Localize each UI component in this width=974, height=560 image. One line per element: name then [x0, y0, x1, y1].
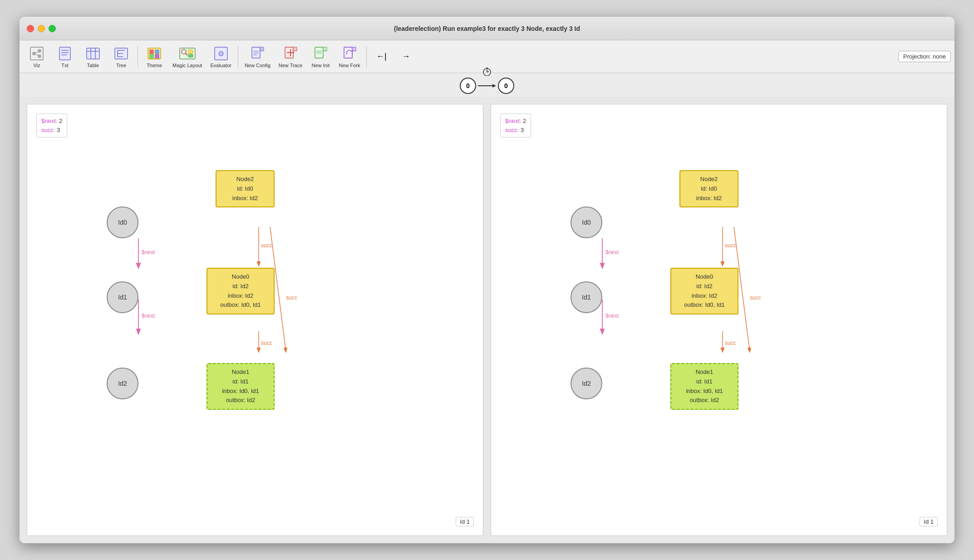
- new-init-label: New Init: [311, 63, 330, 68]
- nav-left-icon: ←|: [373, 49, 389, 65]
- left-node0-box: Node0 id: Id2 inbox: Id2 outbox: Id0, Id…: [207, 268, 275, 314]
- right-id2-circle: Id2: [571, 368, 602, 399]
- theme-icon: [146, 45, 162, 62]
- left-id0-circle: Id0: [107, 206, 138, 238]
- svg-text:succ: succ: [261, 242, 272, 249]
- svg-rect-22: [150, 54, 153, 58]
- viz-button[interactable]: Viz: [23, 44, 50, 70]
- svg-rect-23: [155, 54, 159, 58]
- table-label: Table: [87, 63, 99, 68]
- svg-point-1: [32, 52, 36, 55]
- viz-icon: [29, 45, 45, 62]
- svg-text:$next: $next: [605, 313, 619, 319]
- right-node2-box: Node2 id: Id0 inbox: Id2: [679, 170, 738, 207]
- tree-icon: [113, 45, 129, 62]
- svg-text:succ: succ: [750, 295, 761, 301]
- new-trace-label: New Trace: [279, 63, 303, 68]
- table-button[interactable]: Table: [79, 44, 107, 70]
- magic-layout-label: Magic Layout: [172, 63, 202, 68]
- titlebar: (leaderelection) Run example3 for exactl…: [20, 17, 954, 40]
- tree-button[interactable]: Tree: [108, 44, 135, 70]
- svg-rect-27: [188, 50, 193, 54]
- left-arrows-svg: $next $next succ succ succ: [27, 104, 483, 535]
- new-fork-label: New Fork: [339, 63, 360, 68]
- magic-layout-icon: [179, 45, 196, 62]
- left-id2-circle: Id2: [107, 368, 138, 399]
- trace-step-2: 0: [498, 78, 514, 94]
- svg-point-3: [38, 54, 41, 58]
- trace-step-1: 0: [460, 78, 476, 94]
- svg-rect-10: [87, 48, 99, 59]
- svg-text:$next: $next: [605, 249, 619, 255]
- magic-layout-button[interactable]: Magic Layout: [169, 44, 206, 70]
- trace-arrow: [478, 81, 496, 90]
- svg-rect-31: [252, 47, 260, 58]
- new-trace-button[interactable]: New Trace: [275, 44, 306, 70]
- svg-text:succ: succ: [725, 242, 736, 249]
- nav-right-button[interactable]: →: [394, 47, 418, 67]
- left-node2-box: Node2 id: Id0 inbox: Id2: [216, 170, 275, 207]
- new-config-icon: [249, 45, 266, 62]
- trace-nav: 0 0: [20, 73, 954, 97]
- evaluator-label: Evaluator: [210, 63, 231, 68]
- right-id1-circle: Id1: [571, 281, 602, 313]
- new-init-button[interactable]: New Init: [307, 44, 334, 70]
- evaluator-button[interactable]: ⚙ Evaluator: [207, 44, 235, 70]
- traffic-lights: [27, 25, 56, 32]
- right-state-label: $next: 2 succ: 3: [500, 113, 531, 138]
- new-init-icon: [312, 45, 329, 62]
- svg-text:$next: $next: [142, 249, 155, 255]
- svg-text:succ: succ: [725, 340, 736, 346]
- svg-rect-42: [315, 47, 323, 58]
- new-fork-icon: [341, 45, 358, 62]
- new-trace-icon: [282, 45, 299, 62]
- svg-text:⚙: ⚙: [218, 50, 224, 58]
- new-fork-button[interactable]: New Fork: [335, 44, 364, 70]
- left-id1-circle: Id1: [107, 281, 138, 313]
- svg-marker-56: [492, 84, 496, 88]
- txt-icon: [57, 45, 73, 62]
- svg-line-5: [36, 54, 38, 55]
- sep-2: [238, 46, 238, 68]
- svg-rect-20: [150, 50, 153, 54]
- left-state-label: $next: 2 succ: 3: [36, 113, 67, 138]
- left-graph-panel: $next: 2 succ: 3 $next: [27, 104, 483, 536]
- new-config-label: New Config: [245, 63, 271, 68]
- svg-point-2: [38, 49, 41, 53]
- left-id-badge: Id 1: [456, 517, 474, 526]
- evaluator-icon: ⚙: [213, 45, 229, 62]
- app-window: (leaderelection) Run example3 for exactl…: [20, 17, 954, 543]
- right-node1-box: Node1 id: Id1 inbox: Id0, Id1 outbox: Id…: [670, 363, 738, 410]
- close-button[interactable]: [27, 25, 34, 32]
- nav-right-icon: →: [398, 49, 414, 65]
- projection-badge[interactable]: Projection: none: [898, 51, 951, 62]
- right-arrows-svg: $next $next succ succ succ: [491, 104, 947, 535]
- svg-rect-44: [323, 47, 327, 51]
- txt-label: Txt: [61, 63, 68, 68]
- txt-button[interactable]: Txt: [51, 44, 79, 70]
- svg-text:succ: succ: [261, 340, 272, 346]
- nav-left-button[interactable]: ←|: [369, 47, 393, 67]
- new-config-button[interactable]: New Config: [241, 44, 274, 70]
- svg-rect-39: [293, 47, 297, 51]
- right-node0-box: Node0 id: Id2 inbox: Id2 outbox: Id0, Id…: [670, 268, 738, 314]
- right-id-badge: Id 1: [920, 517, 938, 526]
- minimize-button[interactable]: [38, 25, 45, 32]
- main-content: $next: 2 succ: 3 $next: [20, 97, 954, 543]
- svg-rect-21: [155, 50, 159, 54]
- svg-rect-49: [352, 47, 356, 51]
- svg-rect-33: [260, 47, 264, 51]
- right-graph-panel: $next: 2 succ: 3 $next $next: [491, 104, 947, 536]
- window-title: (leaderelection) Run example3 for exactl…: [394, 25, 580, 32]
- table-icon: [85, 45, 101, 62]
- svg-text:$next: $next: [142, 313, 155, 319]
- svg-line-4: [36, 52, 38, 53]
- theme-button[interactable]: Theme: [141, 44, 168, 70]
- sep-3: [366, 46, 367, 68]
- fullscreen-button[interactable]: [49, 25, 56, 32]
- sep-1: [138, 46, 138, 68]
- tree-label: Tree: [116, 63, 126, 68]
- right-id0-circle: Id0: [571, 206, 602, 238]
- theme-label: Theme: [147, 63, 162, 68]
- svg-rect-28: [188, 54, 193, 57]
